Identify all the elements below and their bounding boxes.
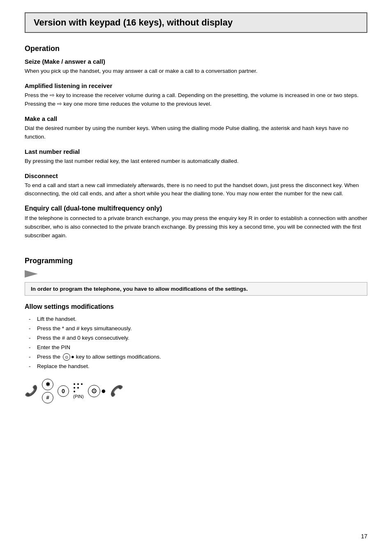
list-item: -Replace the handset.: [29, 362, 367, 371]
last-number-body: By pressing the last number redial key, …: [25, 157, 367, 166]
asterisk-circle: ✱: [42, 379, 53, 390]
allow-settings-heading: Allow settings modifications: [25, 303, 367, 310]
dot: [74, 387, 75, 389]
phone-lift-icon: 📞: [25, 385, 38, 397]
dot: [77, 387, 79, 389]
list-item: -Press the * and # keys simultaneously.: [29, 324, 367, 334]
programming-section: Programming In order to program the tele…: [25, 257, 367, 403]
disconnect-body: To end a call and start a new call immed…: [25, 181, 367, 199]
page-title-box: Version with keypad (16 keys), without d…: [25, 12, 367, 33]
seize-heading: Seize (Make / answer a call): [25, 58, 367, 65]
dot: [81, 387, 83, 389]
step-5: Press the ⊙● key to allow settings modif…: [37, 352, 161, 362]
make-call-body: Dial the desired number by using the num…: [25, 124, 367, 141]
list-item: -Enter the PIN: [29, 343, 367, 352]
dot: [81, 391, 83, 392]
make-call-heading: Make a call: [25, 115, 367, 122]
dot: [77, 383, 79, 385]
programming-note: In order to program the telephone, you h…: [25, 282, 367, 296]
step-2: Press the * and # keys simultaneously.: [37, 324, 132, 334]
enquiry-heading: Enquiry call (dual-tone multifrequency o…: [25, 205, 367, 212]
last-number-heading: Last number redial: [25, 148, 367, 155]
dot: [77, 391, 79, 392]
steps-list: -Lift the handset. -Press the * and # ke…: [29, 315, 367, 371]
programming-heading: Programming: [25, 257, 367, 265]
pin-icon: (PIN): [73, 383, 84, 399]
step-1: Lift the handset.: [37, 315, 76, 324]
list-item: -Press the ⊙● key to allow settings modi…: [29, 352, 367, 362]
dot: [74, 383, 75, 385]
list-item: -Lift the handset.: [29, 315, 367, 324]
amplified-subsection: Amplified listening in receiver Press th…: [25, 82, 367, 109]
step-4: Enter the PIN: [37, 343, 70, 352]
dial-icon: ⊙: [88, 385, 100, 397]
phone-down-icon: 📞: [110, 385, 123, 397]
last-number-subsection: Last number redial By pressing the last …: [25, 148, 367, 166]
settings-icon: ⊙: [63, 353, 70, 361]
enquiry-subsection: Enquiry call (dual-tone multifrequency o…: [25, 205, 367, 240]
pin-label: (PIN): [73, 394, 84, 399]
seize-body: When you pick up the handset, you may an…: [25, 67, 367, 76]
allow-settings-section: Allow settings modifications -Lift the h…: [25, 303, 367, 403]
seize-subsection: Seize (Make / answer a call) When you pi…: [25, 58, 367, 76]
make-call-subsection: Make a call Dial the desired number by u…: [25, 115, 367, 141]
disconnect-heading: Disconnect: [25, 172, 367, 179]
page-title: Version with keypad (16 keys), without d…: [34, 17, 358, 28]
amplified-heading: Amplified listening in receiver: [25, 82, 367, 89]
operation-section: Operation Seize (Make / answer a call) W…: [25, 44, 367, 240]
step-3: Press the # and 0 keys consecutively.: [37, 334, 129, 343]
flag-icon: [25, 270, 367, 279]
zero-circle: 0: [58, 385, 69, 397]
bullet-icon: ●: [101, 386, 106, 396]
dot: [74, 391, 75, 392]
disconnect-subsection: Disconnect To end a call and start a new…: [25, 172, 367, 199]
list-item: -Press the # and 0 keys consecutively.: [29, 334, 367, 343]
page-number: 17: [361, 533, 367, 540]
operation-heading: Operation: [25, 44, 367, 53]
enquiry-body: If the telephone is connected to a priva…: [25, 214, 367, 240]
icon-row-diagram: 📞 ✱ # 0: [25, 379, 367, 403]
svg-marker-0: [25, 270, 38, 278]
settings-circle-icon: ⊙ ●: [88, 385, 106, 397]
step-6: Replace the handset.: [37, 362, 90, 371]
asterisk-hash-icon: ✱ #: [42, 379, 53, 403]
hash-circle: #: [42, 392, 53, 403]
amplified-body: Press the ⇨ key to increase the receiver…: [25, 91, 367, 109]
dot: [81, 383, 83, 385]
